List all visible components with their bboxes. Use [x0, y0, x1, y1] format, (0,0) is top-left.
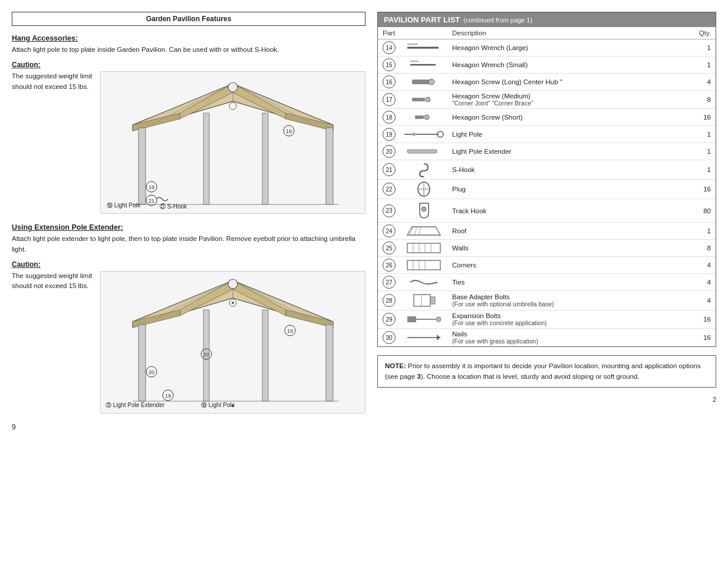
desc-main: Expansion Bolts: [452, 312, 500, 319]
desc-main: Hexagon Wrench (Small): [452, 61, 528, 68]
part-number-cell: 16: [378, 74, 400, 91]
part-description-cell: Hexagon Screw (Medium)"Corner Joint" "Co…: [447, 91, 694, 109]
table-title: PAVILION PART LIST: [384, 15, 460, 24]
desc-main: Hexagon Screw (Medium): [452, 92, 531, 100]
part-description-cell: Hexagon Wrench (Large): [447, 39, 694, 57]
table-row: 21S-Hook1: [378, 160, 716, 180]
part-icon-cell: [400, 257, 447, 274]
part-description-cell: Roof: [447, 223, 694, 240]
part-description-cell: Walls: [447, 240, 694, 257]
svg-text:19: 19: [149, 184, 154, 190]
extension-pole-section: Using Extension Pole Extender: Attach li…: [12, 223, 365, 414]
part-icon-cell: [400, 143, 447, 160]
part-qty-cell: 1: [694, 39, 716, 57]
part-qty-cell: 16: [694, 329, 716, 347]
svg-rect-11: [326, 128, 333, 204]
table-row: 17Hexagon Screw (Medium)"Corner Joint" "…: [378, 91, 716, 109]
part-description-cell: Corners: [447, 257, 694, 274]
svg-rect-59: [407, 150, 437, 153]
svg-line-67: [419, 227, 420, 235]
table-row: 29Expansion Bolts(For use with concrete …: [378, 310, 716, 329]
svg-marker-84: [437, 335, 440, 340]
svg-rect-35: [262, 310, 268, 401]
desc-main: Hexagon Screw (Long) Center Hub ": [452, 78, 562, 85]
hang-caution-text: The suggested weight limit should not ex…: [12, 71, 94, 214]
part-number-cell: 22: [378, 180, 400, 199]
svg-text:21: 21: [149, 198, 154, 204]
page-num-left-container: 9: [12, 423, 365, 431]
label-19: ⑲ Light Pole: [107, 201, 140, 210]
part-qty-cell: 16: [694, 310, 716, 329]
table-row: 26Corners4: [378, 257, 716, 274]
part-icon-cell: [400, 310, 447, 329]
desc-sub: (For use with concrete application): [452, 319, 547, 326]
svg-point-53: [426, 97, 430, 102]
svg-rect-77: [414, 295, 430, 306]
desc-main: Nails: [452, 330, 467, 338]
desc-sub: (For use with optional umbrella base): [452, 300, 554, 308]
ext-caution-text: The suggested weight limit should not ex…: [12, 271, 94, 414]
part-number-cell: 28: [378, 291, 400, 310]
svg-line-66: [414, 227, 417, 235]
part-qty-cell: 1: [694, 143, 716, 160]
part-icon-cell: [400, 91, 447, 109]
part-description-cell: S-Hook: [447, 160, 694, 180]
parts-table: Part Description Qty. 14Hexagon Wrench (…: [378, 27, 716, 346]
part-icon-cell: [400, 109, 447, 126]
extension-pole-heading: Using Extension Pole Extender:: [12, 223, 365, 232]
desc-main: Base Adapter Bolts: [452, 293, 510, 300]
label-19b: ⑲ Light Pole: [201, 401, 235, 409]
svg-rect-80: [407, 316, 416, 322]
part-number-cell: 15: [378, 57, 400, 74]
svg-rect-73: [407, 260, 440, 270]
svg-rect-13: [262, 113, 268, 204]
part-number-cell: 21: [378, 160, 400, 180]
part-number-cell: 20: [378, 143, 400, 160]
part-qty-cell: 4: [694, 257, 716, 274]
table-row: 18Hexagon Screw (Short)16: [378, 109, 716, 126]
part-icon-cell: [400, 39, 447, 57]
part-qty-cell: 80: [694, 199, 716, 223]
part-description-cell: Hexagon Screw (Long) Center Hub ": [447, 74, 694, 91]
part-number-cell: 25: [378, 240, 400, 257]
hang-accessories-heading: Hang Accessories:: [12, 34, 365, 42]
desc-main: Track Hook: [452, 207, 486, 214]
pavilion-illustration-2: 20 20 19 19 ⑳ Light Pole Extender: [100, 271, 365, 414]
part-qty-cell: 1: [694, 57, 716, 74]
right-panel: PAVILION PART LIST (continued from page …: [377, 12, 716, 550]
table-row: 28Base Adapter Bolts(For use with option…: [378, 291, 716, 310]
col-part: Part: [378, 27, 400, 39]
desc-main: Ties: [452, 279, 465, 286]
part-icon-cell: [400, 291, 447, 310]
part-number-cell: 29: [378, 310, 400, 329]
hang-accessories-section: Hang Accessories: Attach light pole to t…: [12, 34, 365, 214]
part-icon-cell: [400, 223, 447, 240]
desc-main: Light Pole Extender: [452, 148, 511, 155]
table-row: 22Plug16: [378, 180, 716, 199]
part-icon-cell: [400, 180, 447, 199]
part-icon-cell: [400, 160, 447, 180]
part-qty-cell: 8: [694, 240, 716, 257]
svg-point-58: [412, 133, 416, 136]
part-number-cell: 24: [378, 223, 400, 240]
desc-main: Walls: [452, 244, 469, 252]
svg-point-55: [424, 115, 429, 120]
table-row: 14Hexagon Wrench (Large)1: [378, 39, 716, 57]
svg-text:19: 19: [165, 393, 171, 399]
extension-pole-text: Attach light pole extender to light pole…: [12, 234, 365, 254]
svg-point-63: [421, 207, 426, 211]
svg-point-8: [228, 82, 238, 92]
part-number-cell: 18: [378, 109, 400, 126]
desc-sub: "Corner Joint" "Corner Brace": [452, 100, 533, 107]
part-icon-cell: [400, 126, 447, 143]
ext-caution-heading: Caution:: [12, 260, 365, 269]
svg-rect-32: [139, 325, 146, 401]
part-icon-cell: [400, 57, 447, 74]
note-box: NOTE: Prior to assembly it is important …: [377, 355, 716, 388]
col-description: Description: [447, 27, 694, 39]
table-row: 20Light Pole Extender1: [378, 143, 716, 160]
desc-sub: (For use with grass application): [452, 338, 538, 345]
part-qty-cell: 4: [694, 291, 716, 310]
part-description-cell: Nails(For use with grass application): [447, 329, 694, 347]
part-number-cell: 14: [378, 39, 400, 57]
